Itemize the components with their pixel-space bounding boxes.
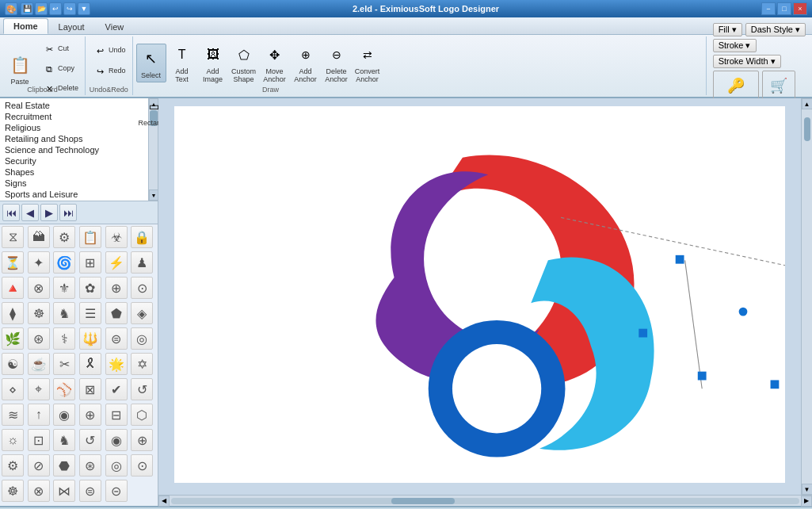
convert-anchor-button[interactable]: ⇄ ConvertAnchor [353, 40, 383, 86]
scroll-down-arrow[interactable]: ▼ [149, 189, 158, 201]
icon-cell-26[interactable]: ⚕ [53, 327, 75, 350]
icon-cell-50[interactable]: ♞ [53, 429, 75, 451]
stroke-width-button[interactable]: Stroke Width ▾ [713, 55, 781, 68]
icon-cell-28[interactable]: ⊜ [105, 327, 128, 350]
vscroll-up[interactable]: ▲ [802, 98, 813, 109]
list-item-security[interactable]: Security [2, 155, 147, 166]
icon-cell-19[interactable]: ☸ [28, 302, 50, 324]
add-image-button[interactable]: 🖼 AddImage [198, 40, 228, 86]
icon-cell-29[interactable]: ◎ [131, 327, 153, 350]
icon-cell-22[interactable]: ⬟ [105, 302, 128, 324]
icon-cell-23[interactable]: ◈ [131, 302, 153, 324]
play-button[interactable]: ▶ [40, 204, 58, 221]
icon-cell-16[interactable]: ⊕ [105, 277, 128, 299]
icon-cell-48[interactable]: ☼ [2, 429, 24, 451]
icon-cell-17[interactable]: ⊙ [131, 277, 153, 299]
canvas-hscrollbar[interactable]: ◀ ▶ [158, 495, 812, 506]
icon-cell-2[interactable]: ⚙ [53, 226, 75, 248]
icon-cell-49[interactable]: ⊡ [28, 429, 50, 451]
icon-cell-57[interactable]: ⊛ [79, 454, 101, 476]
category-list[interactable]: Real Estate Recruitment Religious Retail… [0, 98, 148, 201]
list-item-retailing[interactable]: Retailing and Shops [2, 133, 147, 144]
icon-cell-41[interactable]: ↺ [131, 378, 153, 400]
stroke-button[interactable]: Stroke ▾ [713, 39, 757, 52]
icon-cell-39[interactable]: ⊠ [79, 378, 101, 400]
icon-cell-63[interactable]: ⊜ [79, 480, 101, 502]
icon-cell-43[interactable]: ↑ [28, 404, 50, 426]
icon-cell-38[interactable]: ⚾ [53, 378, 75, 400]
minimize-button[interactable]: − [761, 2, 776, 15]
custom-shape-button[interactable]: ⬠ CustomShape [229, 40, 259, 86]
list-item-science[interactable]: Science and Technology [2, 144, 147, 155]
icon-cell-44[interactable]: ◉ [53, 404, 75, 426]
icon-cell-21[interactable]: ☰ [79, 302, 101, 324]
icon-cell-42[interactable]: ≋ [2, 404, 24, 426]
icon-cell-46[interactable]: ⊟ [105, 404, 128, 426]
icon-cell-31[interactable]: ☕ [28, 353, 50, 375]
tab-home[interactable]: Home [3, 18, 48, 34]
icon-cell-64[interactable]: ⊝ [105, 480, 128, 502]
list-item-recruitment[interactable]: Recruitment [2, 111, 147, 122]
list-item-shapes[interactable]: Shapes [2, 166, 147, 178]
icon-cell-18[interactable]: ⧫ [2, 302, 24, 324]
icon-cell-34[interactable]: 🌟 [105, 353, 128, 375]
icon-cell-53[interactable]: ⊕ [131, 429, 153, 451]
icon-cell-4[interactable]: ☣ [105, 226, 128, 248]
redo-quick-icon[interactable]: ↪ [63, 2, 76, 15]
prev-button[interactable]: ◀ [21, 204, 39, 221]
icon-cell-55[interactable]: ⊘ [28, 454, 50, 476]
icon-cell-6[interactable]: ⏳ [2, 251, 24, 274]
icon-cell-10[interactable]: ⚡ [105, 251, 128, 274]
icon-cell-52[interactable]: ◉ [105, 429, 128, 451]
icon-cell-56[interactable]: ⬣ [53, 454, 75, 476]
icon-cell-62[interactable]: ⋈ [53, 480, 75, 502]
redo-button[interactable]: ↪ Redo [89, 62, 129, 81]
undo-button[interactable]: ↩ Undo [89, 41, 129, 60]
icon-cell-25[interactable]: ⊛ [28, 327, 50, 350]
fill-button[interactable]: Fill ▾ [713, 23, 742, 36]
icon-cell-33[interactable]: 🎗 [79, 353, 101, 375]
undo-quick-icon[interactable]: ↩ [49, 2, 62, 15]
icon-cell-0[interactable]: ⧖ [2, 226, 24, 248]
select-button[interactable]: ↖ Select [136, 44, 166, 82]
close-button[interactable]: × [793, 2, 807, 15]
icon-cell-54[interactable]: ⚙ [2, 454, 24, 476]
icon-cell-37[interactable]: ⌖ [28, 378, 50, 400]
hscroll-right[interactable]: ▶ [801, 496, 812, 507]
icon-cell-15[interactable]: ✿ [79, 277, 101, 299]
canvas-vscrollbar[interactable]: ▲ ▼ [801, 98, 812, 495]
dash-style-button[interactable]: Dash Style ▾ [745, 23, 806, 36]
vscroll-down[interactable]: ▼ [802, 484, 813, 495]
icon-cell-32[interactable]: ✂ [53, 353, 75, 375]
hscroll-left[interactable]: ◀ [158, 496, 170, 507]
icon-cell-9[interactable]: ⊞ [79, 251, 101, 274]
icon-cell-8[interactable]: 🌀 [53, 251, 75, 274]
icon-cell-13[interactable]: ⊗ [28, 277, 50, 299]
customize-quick-icon[interactable]: ▼ [78, 2, 90, 15]
canvas-area[interactable] [158, 98, 801, 495]
save-quick-icon[interactable]: 💾 [21, 2, 33, 15]
icon-cell-61[interactable]: ⊗ [28, 480, 50, 502]
list-item-sports[interactable]: Sports and Leisure [2, 189, 147, 200]
icon-cell-14[interactable]: ⚜ [53, 277, 75, 299]
icon-cell-40[interactable]: ✔ [105, 378, 128, 400]
open-quick-icon[interactable]: 📂 [35, 2, 48, 15]
list-item-signs[interactable]: Signs [2, 178, 147, 189]
icon-cell-51[interactable]: ↺ [79, 429, 101, 451]
last-button[interactable]: ⏭ [59, 204, 77, 221]
copy-button[interactable]: ⧉ Copy [38, 59, 82, 78]
icon-cell-7[interactable]: ✦ [28, 251, 50, 274]
icon-cell-30[interactable]: ☯ [2, 353, 24, 375]
add-text-button[interactable]: T AddText [167, 40, 197, 86]
icon-cell-11[interactable]: ♟ [131, 251, 153, 274]
add-anchor-button[interactable]: ⊕ AddAnchor [291, 40, 321, 86]
icon-cell-36[interactable]: ⋄ [2, 378, 24, 400]
tab-layout[interactable]: Layout [48, 19, 95, 34]
icon-cell-59[interactable]: ⊙ [131, 454, 153, 476]
icon-cell-60[interactable]: ☸ [2, 480, 24, 502]
icon-cell-24[interactable]: 🌿 [2, 327, 24, 350]
delete-anchor-button[interactable]: ⊖ DeleteAnchor [322, 40, 352, 86]
icon-cell-1[interactable]: 🏔 [28, 226, 50, 248]
icon-cell-27[interactable]: 🔱 [79, 327, 101, 350]
maximize-button[interactable]: □ [777, 2, 791, 15]
